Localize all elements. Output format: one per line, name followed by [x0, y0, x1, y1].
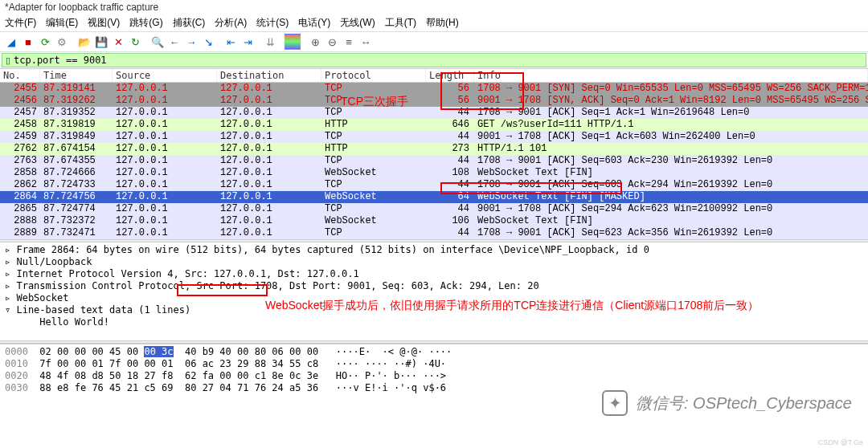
- go-first-button[interactable]: ⇤: [223, 34, 239, 50]
- colorize-button[interactable]: ▦: [285, 34, 301, 50]
- table-row[interactable]: 245687.319262127.0.0.1127.0.0.1TCP569001…: [0, 95, 868, 107]
- detail-line[interactable]: ▹ Frame 2864: 64 bytes on wire (512 bits…: [5, 244, 863, 256]
- hex-row[interactable]: 0000 02 00 00 00 45 00 00 3c 40 b9 40 00…: [5, 346, 863, 358]
- col-proto[interactable]: Protocol: [321, 69, 426, 82]
- autoscroll-button[interactable]: ⇊: [262, 34, 278, 50]
- menu-capture[interactable]: 捕获(C): [173, 16, 206, 30]
- reload-button[interactable]: ↻: [127, 34, 143, 50]
- menu-help[interactable]: 帮助(H): [426, 16, 459, 30]
- find-packet-button[interactable]: 🔍: [149, 34, 166, 50]
- table-row[interactable]: 286287.724733127.0.0.1127.0.0.1TCP441708…: [0, 179, 868, 191]
- packet-list: No. Time Source Destination Protocol Len…: [0, 68, 868, 239]
- table-row[interactable]: 286487.724756127.0.0.1127.0.0.1WebSocket…: [0, 191, 868, 203]
- col-no[interactable]: No.: [0, 69, 40, 82]
- col-source[interactable]: Source: [113, 69, 217, 82]
- menu-wireless[interactable]: 无线(W): [340, 16, 375, 30]
- col-dest[interactable]: Destination: [217, 69, 321, 82]
- capture-options-button[interactable]: ⚙: [54, 34, 70, 50]
- packet-list-body[interactable]: 245587.319141127.0.0.1127.0.0.1TCP561708…: [0, 83, 868, 239]
- table-row[interactable]: 285887.724666127.0.0.1127.0.0.1WebSocket…: [0, 167, 868, 179]
- table-row[interactable]: 245787.319352127.0.0.1127.0.0.1TCP441708…: [0, 107, 868, 119]
- menu-tools[interactable]: 工具(T): [385, 16, 416, 30]
- table-row[interactable]: 276287.674154127.0.0.1127.0.0.1HTTP273HT…: [0, 143, 868, 155]
- hex-row[interactable]: 0020 48 4f 08 d8 50 18 27 f8 62 fa 00 00…: [5, 370, 863, 382]
- table-row[interactable]: 276387.674355127.0.0.1127.0.0.1TCP441708…: [0, 155, 868, 167]
- menu-telephony[interactable]: 电话(Y): [298, 16, 330, 30]
- menu-edit[interactable]: 编辑(E): [46, 16, 78, 30]
- start-capture-button[interactable]: ◢: [3, 34, 19, 50]
- zoom-out-button[interactable]: ⊖: [324, 34, 340, 50]
- packet-details-pane[interactable]: ▹ Frame 2864: 64 bytes on wire (512 bits…: [0, 242, 868, 340]
- go-next-button[interactable]: →: [183, 34, 199, 50]
- col-info[interactable]: Info: [474, 69, 868, 82]
- csdn-watermark: CSDN @T.Ge: [818, 438, 863, 446]
- menu-go[interactable]: 跳转(G): [129, 16, 162, 30]
- display-filter-input[interactable]: [14, 55, 862, 66]
- window-title: *Adapter for loopback traffic capture: [0, 0, 868, 14]
- close-file-button[interactable]: ✕: [110, 34, 126, 50]
- detail-line[interactable]: ▹ WebSocket: [5, 292, 863, 304]
- go-last-button[interactable]: ⇥: [240, 34, 256, 50]
- restart-capture-button[interactable]: ⟳: [37, 34, 53, 50]
- table-row[interactable]: 286587.724774127.0.0.1127.0.0.1TCP449001…: [0, 203, 868, 215]
- go-prev-button[interactable]: ←: [166, 34, 182, 50]
- packet-list-header: No. Time Source Destination Protocol Len…: [0, 68, 868, 83]
- go-packet-button[interactable]: ↘: [200, 34, 216, 50]
- table-row[interactable]: 245887.319819127.0.0.1127.0.0.1HTTP646GE…: [0, 119, 868, 131]
- detail-line[interactable]: ▹ Null/Loopback: [5, 256, 863, 268]
- zoom-reset-button[interactable]: ≡: [341, 34, 357, 50]
- table-row[interactable]: 245987.319849127.0.0.1127.0.0.1TCP449001…: [0, 131, 868, 143]
- open-file-button[interactable]: 📂: [76, 34, 92, 50]
- menu-stats[interactable]: 统计(S): [256, 16, 289, 30]
- detail-line[interactable]: ▹ Internet Protocol Version 4, Src: 127.…: [5, 268, 863, 280]
- toolbar: ◢ ■ ⟳ ⚙ 📂 💾 ✕ ↻ 🔍 ← → ↘ ⇤ ⇥ ⇊ ▦ ⊕ ⊖ ≡ ↔: [0, 32, 868, 52]
- display-filter-bar: ▯: [2, 53, 866, 67]
- menu-bar: 文件(F) 编辑(E) 视图(V) 跳转(G) 捕获(C) 分析(A) 统计(S…: [0, 14, 868, 32]
- zoom-in-button[interactable]: ⊕: [307, 34, 323, 50]
- menu-file[interactable]: 文件(F): [5, 16, 36, 30]
- detail-line[interactable]: ▹ Transmission Control Protocol, Src Por…: [5, 280, 863, 292]
- menu-analyze[interactable]: 分析(A): [215, 16, 247, 30]
- filter-bookmark-icon[interactable]: ▯: [6, 55, 10, 66]
- stop-capture-button[interactable]: ■: [20, 34, 36, 50]
- hex-row[interactable]: 0030 88 e8 fe 76 45 21 c5 69 80 27 04 71…: [5, 382, 863, 394]
- hex-row[interactable]: 0010 7f 00 00 01 7f 00 00 01 06 ac 23 29…: [5, 358, 863, 370]
- col-length[interactable]: Length: [426, 69, 474, 82]
- col-time[interactable]: Time: [40, 69, 113, 82]
- menu-view[interactable]: 视图(V): [88, 16, 120, 30]
- table-row[interactable]: 245587.319141127.0.0.1127.0.0.1TCP561708…: [0, 83, 868, 95]
- packet-bytes-pane[interactable]: 0000 02 00 00 00 45 00 00 3c 40 b9 40 00…: [0, 344, 868, 396]
- detail-line[interactable]: Hello World!: [5, 316, 863, 328]
- table-row[interactable]: 288887.732372127.0.0.1127.0.0.1WebSocket…: [0, 215, 868, 227]
- table-row[interactable]: 288987.732471127.0.0.1127.0.0.1TCP441708…: [0, 227, 868, 239]
- detail-line[interactable]: ▿ Line-based text data (1 lines): [5, 304, 863, 316]
- resize-cols-button[interactable]: ↔: [358, 34, 374, 50]
- save-file-button[interactable]: 💾: [93, 34, 109, 50]
